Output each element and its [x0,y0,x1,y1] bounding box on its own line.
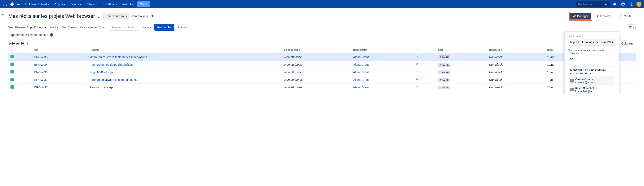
share-highlight-box: Partager [569,12,592,21]
issue-summary-link[interactable]: Mettre en œuvre le tableau des réservati… [90,55,147,59]
status-badge: A FAIRE [438,78,450,82]
filter-project[interactable]: Web Browser App, iOS App▾ [8,25,46,30]
remove-filter-icon[interactable]: ✕ [50,33,53,37]
table-row[interactable]: BROW-33 Page MyBookings Non attribuée Al… [8,68,636,76]
dropdown-header: Montrant 2 de 2 utilisateurs corresponda… [568,67,615,76]
issue-key-link[interactable]: BROW-33 [34,70,48,74]
svg-point-15 [573,16,574,17]
help-icon[interactable] [620,1,626,8]
save-as-button[interactable]: Enregistrer sous [103,13,130,20]
svg-point-8 [6,5,7,6]
issue-key-link[interactable]: BROW-32 [34,78,48,81]
reporter-link[interactable]: Alana Grant [353,55,369,59]
svg-point-19 [620,16,621,17]
issue-key-link[interactable]: BROW-31 [34,86,48,89]
status-badge: A FAIRE [438,70,450,74]
svg-point-9 [605,3,607,5]
nav-dashboards[interactable]: Tableaux de bord▾ [22,0,51,8]
resolution-value: Non résolu [489,70,504,74]
story-icon [10,78,14,81]
filter-type[interactable]: Récit▾ [50,25,58,30]
user-avatar-icon [570,79,574,82]
refresh-icon[interactable] [25,42,28,45]
user-avatar[interactable] [636,2,642,7]
col-resolution[interactable]: Résolution [487,47,545,53]
nav-projects[interactable]: Projets▾ [52,0,67,8]
user-dropdown: Montrant 2 de 2 utilisateurs corresponda… [568,66,615,94]
page-title: Mes récits sur les projets Web browser .… [8,13,100,19]
issue-summary-link[interactable]: Favoris du voyage [90,86,113,89]
user-label: Cassie Owens - cowens@atlas... [575,78,613,84]
page-content: Mes récits sur les projets Web browser .… [0,8,644,95]
table-row[interactable]: BROW-32 Partage de voyage et commentaire… [8,76,636,83]
filter-reporter[interactable]: Rapporteur: Utilisateur actuel▾ [8,32,48,37]
info-link[interactable]: Informations [132,15,148,18]
issue-key-link[interactable]: BROW-34 [34,63,48,66]
issue-summary-link[interactable]: Partage de voyage et commentaires [90,78,136,81]
table-row[interactable]: BROW-34 Rechercher les dates disponibles… [8,61,636,68]
issue-summary-link[interactable]: Page MyBookings [90,70,113,74]
search-button[interactable]: Recherche [154,24,174,31]
story-icon [10,63,14,66]
advanced-link[interactable]: Avancé [178,26,187,29]
filter-status[interactable]: Etat: Tous▾ [62,25,76,30]
priority-icon [416,70,418,74]
col-status[interactable]: Etat [436,47,487,53]
svg-point-16 [575,17,576,18]
share-button[interactable]: Partager [570,13,592,20]
user-label: Kevin Campbell - kcampbell@a... [575,86,613,93]
filter-more[interactable]: Suite▾ [142,25,151,30]
nav-boards[interactable]: Tableaux▾ [84,0,102,8]
user-search-input[interactable] [568,56,615,62]
issue-summary-link[interactable]: Rechercher les dates disponibles [90,63,132,66]
table-row[interactable]: BROW-35 Mettre en œuvre le tableau des r… [8,53,636,61]
user-search-label: Nom ou adresse électronique de l'utilisa… [568,49,615,55]
user-avatar-icon [570,88,574,91]
link-filter-input[interactable] [568,39,615,46]
svg-point-1 [5,3,6,3]
resolution-value: Non résolu [489,78,504,81]
product-name: Jira [15,3,20,6]
svg-point-14 [575,15,576,16]
tools-button[interactable]: Outils▾ [618,13,636,20]
view-toggle-button[interactable]: ▾ [627,24,636,30]
jira-logo[interactable]: Jira [10,2,20,6]
top-navigation: Jira Tableaux de bord▾ Projets▾ Tickets▾… [0,0,644,8]
resolution-value: Non résolu [489,55,504,59]
reporter-link[interactable]: Alana Grant [353,70,369,74]
link-filter-label: Lier à un filtre [568,35,615,38]
nav-insight[interactable]: Insight▾ [120,0,135,8]
filter-assignee[interactable]: Responsable: Tous▾ [80,25,106,30]
svg-line-17 [574,16,575,16]
app-switcher-icon[interactable] [2,2,8,7]
reporter-link[interactable]: Alana Grant [353,78,369,81]
col-summary[interactable]: Résumé [87,47,282,53]
col-key[interactable]: Clé [32,47,88,53]
svg-point-4 [5,4,6,5]
user-dropdown-item[interactable]: Kevin Campbell - kcampbell@a... [568,85,615,94]
col-type[interactable]: T [8,47,32,53]
feedback-icon[interactable] [611,1,618,8]
columns-button[interactable]: Colonnes▾ [621,42,636,45]
nav-issues[interactable]: Tickets▾ [68,0,83,8]
share-popover: Lier à un filtre Nom ou adresse électron… [564,32,619,95]
create-button[interactable]: Créer [138,1,150,7]
export-button[interactable]: Exporter▾ [594,13,616,20]
reporter-link[interactable]: Alana Grant [353,86,369,89]
reporter-link[interactable]: Alana Grant [353,63,369,66]
issue-key-link[interactable]: BROW-35 [34,55,48,59]
expand-sidebar-icon[interactable] [2,14,5,18]
col-reporter[interactable]: Rapporteur [351,47,414,53]
svg-point-7 [5,5,6,6]
text-filter-input[interactable] [110,24,139,31]
settings-icon[interactable] [628,1,635,8]
svg-point-13 [631,4,632,5]
star-icon[interactable] [151,14,154,19]
topnav-right [576,1,642,8]
col-priority[interactable]: Pr [414,47,436,53]
table-row[interactable]: BROW-31 Favoris du voyage Non attribuée … [8,83,636,91]
user-dropdown-item[interactable]: Cassie Owens - cowens@atlas... [568,76,615,85]
col-assignee[interactable]: Responsable [282,47,351,53]
nav-portfolio[interactable]: Portfolio▾ [102,0,119,8]
results-bar: 1–26 sur 26 Colonnes▾ [8,42,636,45]
